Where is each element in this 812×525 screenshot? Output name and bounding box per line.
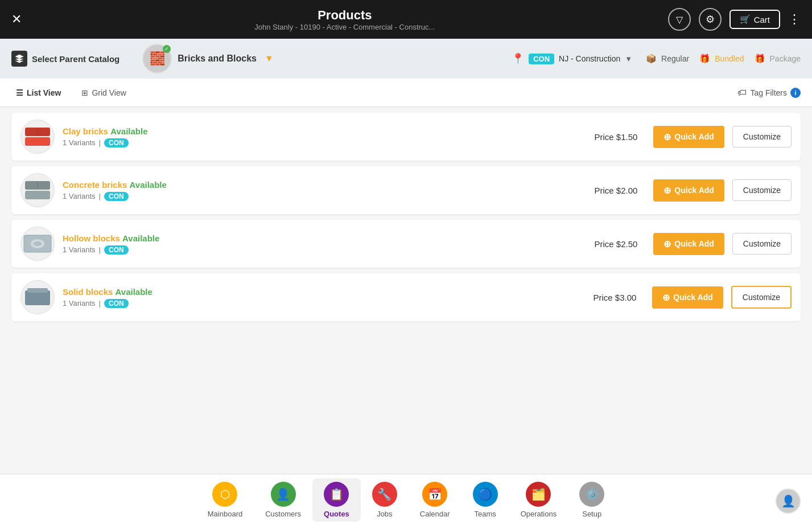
nav-label-jobs: Jobs xyxy=(377,510,392,518)
product-badge: CON xyxy=(104,245,129,255)
product-info: Concrete bricks Available1 Variants | CO… xyxy=(63,180,586,201)
select-parent-catalog[interactable]: Select Parent Catalog xyxy=(11,51,119,67)
page-title: Products xyxy=(254,8,435,23)
toolbar: ☰ List View ⊞ Grid View 🏷 Tag Filters i xyxy=(0,79,812,107)
nav-label-teams: Teams xyxy=(474,510,496,518)
nav-icon-mainboard: ⬡ xyxy=(212,482,237,507)
product-info: Hollow blocks Available1 Variants | CON xyxy=(63,233,586,255)
quick-add-label: Quick Add xyxy=(674,239,714,248)
product-badge: CON xyxy=(104,299,129,308)
nav-item-quotes[interactable]: 📋Quotes xyxy=(312,478,361,522)
plus-circle-icon: ⊕ xyxy=(663,239,671,249)
catalog-name: Bricks and Blocks xyxy=(178,54,257,64)
nav-icon-teams: 🔵 xyxy=(473,482,498,507)
catalog-bar: Select Parent Catalog 🧱 ✓ Bricks and Blo… xyxy=(0,39,812,79)
catalog-avatar: 🧱 ✓ xyxy=(142,44,172,73)
nav-icon-calendar: 📅 xyxy=(422,482,447,507)
quick-add-button[interactable]: ⊕ Quick Add xyxy=(652,286,723,309)
product-row: Hollow blocks Available1 Variants | CONP… xyxy=(11,220,801,268)
product-info: Solid blocks Available1 Variants | CON xyxy=(63,287,585,308)
quick-add-label: Quick Add xyxy=(673,293,713,302)
plus-circle-icon: ⊕ xyxy=(662,292,670,303)
gear-icon-button[interactable]: ⚙ xyxy=(699,8,722,31)
plus-circle-icon: ⊕ xyxy=(663,132,671,142)
product-row: Clay bricks Available1 Variants | CONPri… xyxy=(11,113,801,161)
product-badge: CON xyxy=(104,138,129,147)
location-pin-icon: 📍 xyxy=(512,52,524,65)
product-available: Available xyxy=(116,287,152,297)
grid-view-icon: ⊞ xyxy=(81,88,88,97)
nav-item-operations[interactable]: 🗂️Operations xyxy=(509,478,568,522)
product-price: Price $3.00 xyxy=(593,293,636,302)
quick-add-label: Quick Add xyxy=(674,132,714,141)
customize-button[interactable]: Customize xyxy=(732,233,792,255)
location-dropdown-icon[interactable]: ▼ xyxy=(625,55,632,63)
customize-button[interactable]: Customize xyxy=(732,179,792,201)
product-badge: CON xyxy=(104,192,129,201)
bundled-view-icon: 🎁 xyxy=(699,54,710,64)
catalog-chevron-icon[interactable]: ▼ xyxy=(265,54,274,64)
product-info: Clay bricks Available1 Variants | CON xyxy=(63,126,586,147)
quick-add-button[interactable]: ⊕ Quick Add xyxy=(653,179,724,202)
nav-item-jobs[interactable]: 🔧Jobs xyxy=(361,478,409,522)
grid-view-button[interactable]: ⊞ Grid View xyxy=(77,86,130,100)
grid-view-label: Grid View xyxy=(92,88,126,97)
quick-add-button[interactable]: ⊕ Quick Add xyxy=(653,126,724,148)
select-parent-label: Select Parent Catalog xyxy=(32,54,119,64)
regular-view-label[interactable]: Regular xyxy=(661,54,689,63)
product-list: Clay bricks Available1 Variants | CONPri… xyxy=(0,107,812,474)
nav-item-setup[interactable]: ⚙️Setup xyxy=(568,478,616,522)
tag-filters[interactable]: 🏷 Tag Filters i xyxy=(737,88,801,98)
bottom-nav: ⬡Mainboard👤Customers📋Quotes🔧Jobs📅Calenda… xyxy=(0,474,812,525)
regular-view-icon: 📦 xyxy=(646,54,657,64)
package-view-label[interactable]: Package xyxy=(770,54,801,63)
list-view-icon: ☰ xyxy=(16,88,23,97)
list-view-label: List View xyxy=(27,88,61,97)
parent-cube-icon xyxy=(11,51,27,67)
product-price: Price $1.50 xyxy=(594,132,637,142)
nav-label-calendar: Calendar xyxy=(420,510,450,518)
close-icon[interactable]: ✕ xyxy=(11,12,22,27)
tag-filters-label: Tag Filters xyxy=(750,88,787,97)
nav-label-setup: Setup xyxy=(582,510,601,518)
product-image xyxy=(20,280,55,314)
svg-rect-1 xyxy=(25,137,50,146)
con-badge: CON xyxy=(529,54,554,64)
more-icon[interactable]: ⋮ xyxy=(788,12,801,27)
quick-add-button[interactable]: ⊕ Quick Add xyxy=(653,233,724,255)
product-available: Available xyxy=(130,180,167,190)
nav-item-mainboard[interactable]: ⬡Mainboard xyxy=(196,478,254,522)
nav-label-quotes: Quotes xyxy=(324,510,349,518)
nav-label-mainboard: Mainboard xyxy=(208,510,242,518)
app-header: ✕ Products John Stanly - 10190 - Active … xyxy=(0,0,812,39)
product-image xyxy=(20,173,55,207)
nav-label-operations: Operations xyxy=(521,510,557,518)
customize-button[interactable]: Customize xyxy=(732,126,792,147)
nav-item-teams[interactable]: 🔵Teams xyxy=(461,478,509,522)
cart-button[interactable]: 🛒 Cart xyxy=(729,10,780,29)
svg-rect-4 xyxy=(25,191,50,199)
svg-point-8 xyxy=(34,241,42,246)
svg-rect-10 xyxy=(27,288,48,293)
product-available: Available xyxy=(122,233,159,243)
customize-button[interactable]: Customize xyxy=(731,286,792,309)
product-image xyxy=(20,120,55,154)
quick-add-label: Quick Add xyxy=(674,186,714,195)
list-view-button[interactable]: ☰ List View xyxy=(11,86,65,100)
catalog-location: 📍 CON NJ - Construction ▼ 📦 Regular 🎁 Bu… xyxy=(512,52,801,65)
product-price: Price $2.00 xyxy=(594,186,637,195)
catalog-avatar-check: ✓ xyxy=(163,45,171,53)
product-variants: 1 Variants xyxy=(63,299,96,307)
tag-icon: 🏷 xyxy=(737,88,747,98)
product-price: Price $2.50 xyxy=(594,239,637,249)
nav-item-calendar[interactable]: 📅Calendar xyxy=(409,478,461,522)
nav-icon-customers: 👤 xyxy=(271,482,296,507)
nav-icon-setup: ⚙️ xyxy=(579,482,604,507)
cart-label: Cart xyxy=(754,15,770,24)
nav-item-customers[interactable]: 👤Customers xyxy=(254,478,312,522)
cart-icon: 🛒 xyxy=(740,14,751,24)
product-variants: 1 Variants xyxy=(63,245,96,254)
filter-icon-button[interactable]: ▽ xyxy=(668,8,691,31)
product-variants: 1 Variants xyxy=(63,138,96,147)
bundled-view-label[interactable]: Bundled xyxy=(715,54,744,63)
